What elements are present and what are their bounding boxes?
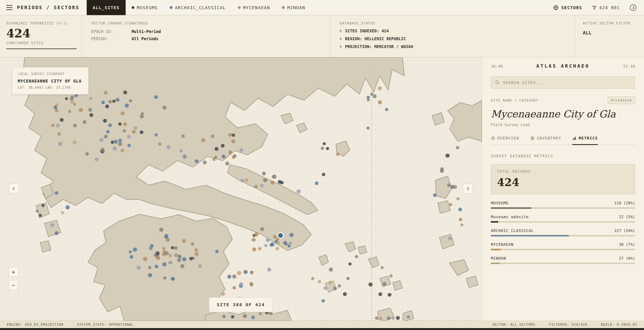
metric-value: 27 (6%) [619, 256, 635, 260]
progress-track [491, 249, 635, 250]
zoom-in-button[interactable]: + [8, 267, 18, 277]
top-nav-right: SECTORS 424 REC i [553, 0, 644, 15]
sectors-label: SECTORS [561, 5, 582, 10]
prev-site-button[interactable] [9, 184, 19, 193]
metric-label: MINOAN [491, 256, 506, 260]
metric-value: 30 (7%) [619, 242, 635, 247]
bullet-icon [340, 38, 342, 40]
metric-row-museums-website: Museums website22 (5%) [491, 214, 635, 223]
bullet-icon [340, 46, 342, 48]
metric-label: ARCHAIC_CLASSICAL [491, 228, 534, 233]
atlas-title: ATLAS ARCHAEO [536, 63, 590, 69]
window-edge [0, 328, 644, 330]
tab-archaic-classical[interactable]: ARCHAIC_CLASSICAL [164, 0, 232, 15]
status-item: REGION: HELLENIC REPUBLIC [340, 36, 567, 41]
site-subtitle: Field Survey Lead [491, 123, 635, 127]
stats-active-filter: ACTIVE_SECTOR_FILTER ALL [575, 15, 644, 57]
confirmed-sites-count: 424 [6, 26, 74, 40]
tab-label: METRICS [578, 136, 598, 140]
progress-track [491, 221, 635, 223]
total-records-card: TOTAL RECORDS 424 [491, 164, 635, 194]
tab-inventory[interactable]: INVENTORY [530, 136, 561, 145]
viewport-coords: LAT: 38.4841 LNG: 23.1795 [18, 86, 83, 90]
sidebar-header: 38.48 ATLAS ARCHAEO 23.18 [491, 63, 635, 69]
filtered-status: FILTERED: 424/424 [549, 323, 587, 327]
tab-mycenaean[interactable]: MYCENAEAN [232, 0, 276, 15]
period-tabs: ALL_SITES MUSEUMS ARCHAIC_CLASSICAL MYCE… [87, 0, 311, 15]
tab-label: MUSEUMS [137, 5, 158, 10]
status-right: SECTOR: ALL_SECTORS FILTERED: 424/424 BU… [492, 323, 637, 327]
site-name-label: SITE NAME / CATEGORY [491, 98, 538, 103]
progress-fill [491, 263, 500, 264]
museums-dot-icon [132, 6, 134, 9]
status-bar: ENGINE: GEO_D3_PROJECTION SYSTEM_STATE: … [0, 321, 644, 328]
database-status-label: DATABASE_STATUS [340, 21, 567, 25]
tab-museums[interactable]: MUSEUMS [126, 0, 164, 15]
epoch-key: EPOCH ID: [91, 29, 132, 34]
tab-label: ALL_SITES [93, 5, 120, 10]
progress-fill [491, 249, 501, 250]
build-status: BUILD: R-2026.02 [601, 323, 637, 327]
tab-all-sites[interactable]: ALL_SITES [87, 0, 126, 15]
period-row: PERIOD: All Periods [91, 36, 323, 41]
engine-status: ENGINE: GEO_D3_PROJECTION [7, 323, 64, 327]
metric-row-mycenaean: MYCENAEAN30 (7%) [491, 242, 635, 250]
map-canvas[interactable] [0, 57, 482, 321]
zoom-controls: + − [8, 267, 18, 290]
chevron-left-icon [12, 186, 16, 191]
globe-icon [553, 5, 558, 10]
site-counter: SITE 388 OF 424 [209, 297, 273, 312]
viewport-label: LOCAL_SURVEY_VIEWPORT [18, 72, 83, 76]
map-panel: LOCAL_SURVEY_VIEWPORT MYCENAEANNE CITY O… [0, 57, 482, 321]
tab-label: MINOAN [287, 5, 305, 10]
metric-value: 227 (54%) [614, 228, 635, 233]
metric-label: MYCENAEAN [491, 242, 514, 247]
progress-track [491, 235, 635, 236]
system-state: SYSTEM_STATE: OPERATIONAL [77, 323, 134, 327]
records-count-label: 424 REC [599, 5, 620, 10]
metric-list: MUSEUMS118 (28%) Museums website22 (5%) … [491, 201, 635, 264]
tab-label: INVENTORY [537, 136, 561, 140]
metric-label: MUSEUMS [491, 201, 508, 205]
progress-fill [491, 235, 569, 236]
metric-row-minoan: MINOAN27 (6%) [491, 256, 635, 264]
total-records-label: TOTAL RECORDS [497, 169, 629, 173]
tab-minoan[interactable]: MINOAN [276, 0, 311, 15]
tab-metrics[interactable]: METRICS [572, 136, 598, 145]
category-badge: MYCENAEAN [608, 97, 635, 104]
info-button[interactable]: i [630, 4, 636, 11]
tab-label: ARCHAIC_CLASSICAL [175, 5, 226, 10]
tab-overview[interactable]: OVERVIEW [491, 136, 519, 145]
selected-site-dot[interactable] [278, 233, 284, 238]
stats-database-status: DATABASE_STATUS SITES INDEXED: 424 REGIO… [331, 15, 575, 57]
zoom-out-button[interactable]: − [8, 280, 18, 290]
search-icon [495, 80, 500, 85]
progress-track [491, 207, 635, 209]
progress-track [491, 263, 635, 264]
period-key: PERIOD: [91, 36, 132, 41]
metrics-icon [572, 136, 576, 140]
epoch-row: EPOCH ID: Multi-Period [91, 29, 323, 34]
search-input[interactable] [503, 80, 631, 85]
site-meta-row: SITE NAME / CATEGORY MYCENAEAN [491, 97, 635, 104]
metric-row-museums: MUSEUMS118 (28%) [491, 201, 635, 209]
status-item: PROJECTION: MERCATOR / WGS84 [340, 44, 567, 49]
next-site-button[interactable] [463, 184, 473, 193]
bullet-icon [340, 30, 342, 32]
chevron-right-icon [466, 186, 470, 191]
records-filter-button[interactable]: 424 REC [592, 5, 620, 10]
minoan-dot-icon [282, 6, 285, 9]
metric-label: Museums website [491, 214, 529, 219]
search-box[interactable] [491, 76, 635, 89]
stats-bar: ΕΛΛΗΝΙΚΕΣ ΤΟΠΟΘΕΣΙΕΣ (V-1) 424 CONFIRMED… [0, 15, 644, 57]
progress-fill [491, 207, 531, 209]
period-value: All Periods [132, 36, 158, 41]
status-item: SITES INDEXED: 424 [340, 28, 567, 33]
stats-total-sites: ΕΛΛΗΝΙΚΕΣ ΤΟΠΟΘΕΣΙΕΣ (V-1) 424 CONFIRMED… [0, 15, 82, 57]
site-title: Mycenaeanne City of Gla [491, 108, 635, 120]
sectors-button[interactable]: SECTORS [553, 5, 582, 10]
menu-icon[interactable] [0, 0, 15, 15]
app-title: PERIODS / SECTORS [17, 0, 80, 15]
stats-chrono-signatures: SECTOR_CHRONO_SIGNATURES EPOCH ID: Multi… [82, 15, 331, 57]
chrono-label: SECTOR_CHRONO_SIGNATURES [91, 21, 323, 25]
